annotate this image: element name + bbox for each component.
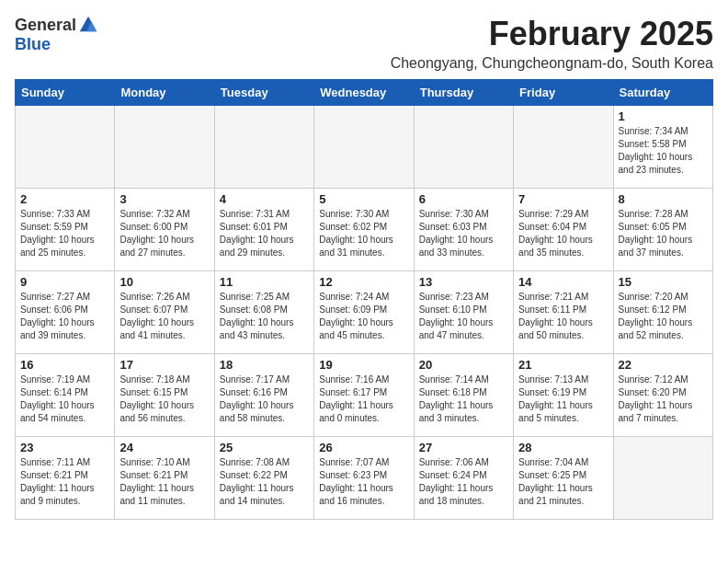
calendar-cell: 6Sunrise: 7:30 AM Sunset: 6:03 PM Daylig…	[414, 189, 513, 271]
calendar-cell: 21Sunrise: 7:13 AM Sunset: 6:19 PM Dayli…	[514, 354, 613, 437]
day-number: 15	[619, 275, 708, 289]
day-info: Sunrise: 7:28 AM Sunset: 6:05 PM Dayligh…	[619, 208, 708, 259]
day-info: Sunrise: 7:20 AM Sunset: 6:12 PM Dayligh…	[619, 291, 708, 342]
calendar-cell: 23Sunrise: 7:11 AM Sunset: 6:21 PM Dayli…	[16, 437, 115, 520]
day-number: 8	[619, 192, 708, 206]
day-number: 2	[20, 192, 109, 206]
calendar-cell: 19Sunrise: 7:16 AM Sunset: 6:17 PM Dayli…	[314, 354, 414, 437]
day-number: 21	[518, 358, 608, 372]
calendar-header-tuesday: Tuesday	[214, 80, 313, 106]
calendar-cell: 25Sunrise: 7:08 AM Sunset: 6:22 PM Dayli…	[214, 437, 313, 520]
day-info: Sunrise: 7:11 AM Sunset: 6:21 PM Dayligh…	[20, 456, 109, 508]
logo-blue: Blue	[15, 35, 51, 54]
calendar-cell: 7Sunrise: 7:29 AM Sunset: 6:04 PM Daylig…	[514, 189, 613, 271]
day-number: 12	[319, 275, 408, 289]
calendar-cell: 12Sunrise: 7:24 AM Sunset: 6:09 PM Dayli…	[314, 271, 414, 354]
calendar-cell: 22Sunrise: 7:12 AM Sunset: 6:20 PM Dayli…	[613, 354, 712, 437]
day-info: Sunrise: 7:26 AM Sunset: 6:07 PM Dayligh…	[119, 291, 209, 342]
calendar-cell: 27Sunrise: 7:06 AM Sunset: 6:24 PM Dayli…	[414, 437, 513, 520]
day-info: Sunrise: 7:18 AM Sunset: 6:15 PM Dayligh…	[119, 373, 209, 425]
calendar-cell	[514, 106, 613, 189]
day-number: 26	[319, 441, 408, 454]
day-info: Sunrise: 7:29 AM Sunset: 6:04 PM Dayligh…	[518, 208, 608, 259]
day-info: Sunrise: 7:27 AM Sunset: 6:06 PM Dayligh…	[20, 291, 109, 342]
calendar-week-row: 23Sunrise: 7:11 AM Sunset: 6:21 PM Dayli…	[16, 437, 713, 520]
title-block: February 2025 Cheongyang, Chungcheongnam…	[391, 15, 713, 72]
calendar-header-wednesday: Wednesday	[314, 80, 414, 106]
location-title: Cheongyang, Chungcheongnam-do, South Kor…	[391, 55, 713, 72]
day-info: Sunrise: 7:13 AM Sunset: 6:19 PM Dayligh…	[518, 373, 608, 425]
calendar-cell: 28Sunrise: 7:04 AM Sunset: 6:25 PM Dayli…	[514, 437, 613, 520]
calendar-cell: 11Sunrise: 7:25 AM Sunset: 6:08 PM Dayli…	[214, 271, 313, 354]
calendar-cell: 3Sunrise: 7:32 AM Sunset: 6:00 PM Daylig…	[115, 189, 214, 271]
calendar-cell: 13Sunrise: 7:23 AM Sunset: 6:10 PM Dayli…	[414, 271, 513, 354]
calendar-header-thursday: Thursday	[414, 80, 513, 106]
calendar-cell: 5Sunrise: 7:30 AM Sunset: 6:02 PM Daylig…	[314, 189, 414, 271]
day-number: 27	[419, 441, 508, 454]
day-number: 17	[119, 358, 209, 372]
day-number: 14	[518, 275, 608, 289]
calendar-week-row: 1Sunrise: 7:34 AM Sunset: 5:58 PM Daylig…	[16, 106, 713, 189]
calendar-week-row: 9Sunrise: 7:27 AM Sunset: 6:06 PM Daylig…	[16, 271, 713, 354]
day-number: 9	[20, 275, 109, 289]
day-info: Sunrise: 7:14 AM Sunset: 6:18 PM Dayligh…	[419, 373, 508, 425]
day-number: 28	[518, 441, 608, 454]
day-info: Sunrise: 7:33 AM Sunset: 5:59 PM Dayligh…	[20, 208, 109, 259]
calendar-cell: 4Sunrise: 7:31 AM Sunset: 6:01 PM Daylig…	[214, 189, 313, 271]
calendar-cell: 26Sunrise: 7:07 AM Sunset: 6:23 PM Dayli…	[314, 437, 414, 520]
day-info: Sunrise: 7:32 AM Sunset: 6:00 PM Dayligh…	[119, 208, 209, 259]
calendar-cell: 9Sunrise: 7:27 AM Sunset: 6:06 PM Daylig…	[16, 271, 115, 354]
day-number: 7	[518, 192, 608, 206]
calendar-cell: 17Sunrise: 7:18 AM Sunset: 6:15 PM Dayli…	[115, 354, 214, 437]
calendar-table: SundayMondayTuesdayWednesdayThursdayFrid…	[15, 79, 713, 520]
page-header: General Blue February 2025 Cheongyang, C…	[15, 15, 713, 72]
day-number: 11	[220, 275, 309, 289]
calendar-cell	[314, 106, 414, 189]
day-number: 16	[20, 358, 109, 372]
day-info: Sunrise: 7:08 AM Sunset: 6:22 PM Dayligh…	[220, 456, 309, 508]
day-number: 20	[419, 358, 508, 372]
calendar-cell	[613, 437, 712, 520]
calendar-cell	[115, 106, 214, 189]
day-info: Sunrise: 7:25 AM Sunset: 6:08 PM Dayligh…	[220, 291, 309, 342]
day-info: Sunrise: 7:31 AM Sunset: 6:01 PM Dayligh…	[220, 208, 309, 259]
day-info: Sunrise: 7:10 AM Sunset: 6:21 PM Dayligh…	[119, 456, 209, 508]
day-info: Sunrise: 7:23 AM Sunset: 6:10 PM Dayligh…	[419, 291, 508, 342]
logo: General Blue	[15, 15, 98, 54]
day-info: Sunrise: 7:06 AM Sunset: 6:24 PM Dayligh…	[419, 456, 508, 508]
day-info: Sunrise: 7:34 AM Sunset: 5:58 PM Dayligh…	[619, 125, 708, 177]
day-number: 23	[20, 441, 109, 454]
calendar-cell: 14Sunrise: 7:21 AM Sunset: 6:11 PM Dayli…	[514, 271, 613, 354]
day-info: Sunrise: 7:04 AM Sunset: 6:25 PM Dayligh…	[518, 456, 608, 508]
calendar-cell: 15Sunrise: 7:20 AM Sunset: 6:12 PM Dayli…	[613, 271, 712, 354]
calendar-cell	[214, 106, 313, 189]
day-info: Sunrise: 7:30 AM Sunset: 6:02 PM Dayligh…	[319, 208, 408, 259]
calendar-cell	[16, 106, 115, 189]
calendar-cell: 24Sunrise: 7:10 AM Sunset: 6:21 PM Dayli…	[115, 437, 214, 520]
day-number: 4	[220, 192, 309, 206]
day-number: 6	[419, 192, 508, 206]
day-number: 13	[419, 275, 508, 289]
day-info: Sunrise: 7:19 AM Sunset: 6:14 PM Dayligh…	[20, 373, 109, 425]
day-info: Sunrise: 7:16 AM Sunset: 6:17 PM Dayligh…	[319, 373, 408, 425]
calendar-week-row: 2Sunrise: 7:33 AM Sunset: 5:59 PM Daylig…	[16, 189, 713, 271]
day-info: Sunrise: 7:21 AM Sunset: 6:11 PM Dayligh…	[518, 291, 608, 342]
day-number: 24	[119, 441, 209, 454]
day-number: 19	[319, 358, 408, 372]
calendar-cell: 16Sunrise: 7:19 AM Sunset: 6:14 PM Dayli…	[16, 354, 115, 437]
day-info: Sunrise: 7:24 AM Sunset: 6:09 PM Dayligh…	[319, 291, 408, 342]
day-info: Sunrise: 7:07 AM Sunset: 6:23 PM Dayligh…	[319, 456, 408, 508]
day-number: 5	[319, 192, 408, 206]
logo-general: General	[15, 16, 76, 35]
calendar-cell: 20Sunrise: 7:14 AM Sunset: 6:18 PM Dayli…	[414, 354, 513, 437]
calendar-cell: 1Sunrise: 7:34 AM Sunset: 5:58 PM Daylig…	[613, 106, 712, 189]
logo-icon	[78, 15, 98, 35]
calendar-cell: 18Sunrise: 7:17 AM Sunset: 6:16 PM Dayli…	[214, 354, 313, 437]
calendar-header-friday: Friday	[514, 80, 613, 106]
calendar-header-sunday: Sunday	[16, 80, 115, 106]
calendar-header-saturday: Saturday	[613, 80, 712, 106]
day-number: 22	[619, 358, 708, 372]
calendar-header-row: SundayMondayTuesdayWednesdayThursdayFrid…	[16, 80, 713, 106]
calendar-week-row: 16Sunrise: 7:19 AM Sunset: 6:14 PM Dayli…	[16, 354, 713, 437]
calendar-cell: 10Sunrise: 7:26 AM Sunset: 6:07 PM Dayli…	[115, 271, 214, 354]
